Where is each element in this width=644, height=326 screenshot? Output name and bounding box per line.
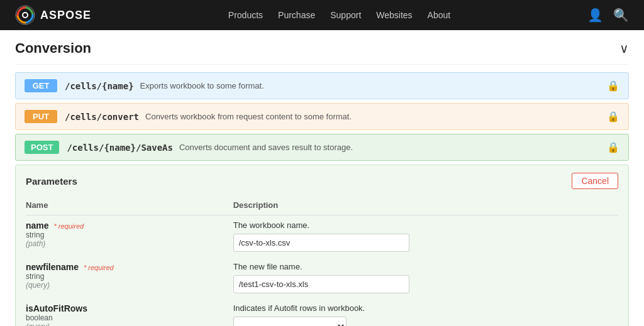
logo[interactable]: ASPOSE bbox=[15, 5, 91, 25]
api-row-put[interactable]: PUT /cells/convert Converts workbook fro… bbox=[15, 103, 629, 130]
param-name: newfilename bbox=[26, 262, 79, 272]
api-path-post: /cells/{name}/SaveAs bbox=[67, 143, 173, 153]
api-path-put: /cells/convert bbox=[65, 112, 139, 122]
svg-point-2 bbox=[23, 13, 27, 17]
logo-text: ASPOSE bbox=[40, 9, 91, 22]
param-required-label: * required bbox=[53, 222, 84, 230]
param-name: name bbox=[26, 220, 49, 231]
param-select-input[interactable]: --truefalse bbox=[233, 317, 347, 326]
parameters-section: Parameters Cancel Name Description name … bbox=[15, 165, 629, 326]
api-desc-post: Converts document and saves result to st… bbox=[179, 143, 353, 152]
navbar: ASPOSE Products Purchase Support Website… bbox=[0, 0, 644, 30]
param-description: Indicates if Autofit rows in workbook. bbox=[233, 303, 618, 313]
param-location: (query) bbox=[26, 281, 233, 290]
nav-websites[interactable]: Websites bbox=[376, 10, 412, 20]
param-location: (query) bbox=[26, 322, 233, 326]
param-name: isAutoFitRows bbox=[26, 303, 87, 313]
nav-purchase[interactable]: Purchase bbox=[278, 10, 315, 20]
param-text-input[interactable] bbox=[233, 234, 409, 252]
navbar-icon-group: 👤 🔍 bbox=[587, 8, 629, 23]
api-row-get[interactable]: GET /cells/{name} Exports workbook to so… bbox=[15, 72, 629, 99]
main-content: Conversion ∨ GET /cells/{name} Exports w… bbox=[0, 30, 644, 326]
parameters-title: Parameters bbox=[26, 176, 77, 187]
param-text-input[interactable] bbox=[233, 275, 409, 293]
param-name-cell: name * required string (path) bbox=[26, 215, 233, 258]
col-header-name: Name bbox=[26, 197, 233, 215]
cancel-button[interactable]: Cancel bbox=[572, 173, 618, 189]
table-row: newfilename * required string (query) Th… bbox=[26, 257, 618, 298]
parameters-table: Name Description name * required string … bbox=[26, 197, 618, 326]
nav-products[interactable]: Products bbox=[228, 10, 263, 20]
table-row: name * required string (path) The workbo… bbox=[26, 215, 618, 258]
lock-icon-put: 🔒 bbox=[607, 111, 619, 122]
param-desc-cell: Indicates if Autofit rows in workbook. -… bbox=[233, 298, 618, 326]
param-desc-cell: The new file name. bbox=[233, 257, 618, 298]
param-type: string bbox=[26, 231, 233, 239]
param-description: The workbook name. bbox=[233, 220, 618, 230]
param-type: string bbox=[26, 272, 233, 281]
nav-support[interactable]: Support bbox=[330, 10, 361, 20]
search-icon[interactable]: 🔍 bbox=[613, 8, 629, 23]
param-required-label: * required bbox=[84, 264, 114, 271]
chevron-down-icon[interactable]: ∨ bbox=[619, 41, 629, 56]
aspose-logo-icon bbox=[15, 5, 35, 25]
nav-about[interactable]: About bbox=[428, 10, 451, 20]
parameters-header: Parameters Cancel bbox=[26, 173, 618, 189]
conversion-header: Conversion ∨ bbox=[15, 40, 629, 65]
api-path-get: /cells/{name} bbox=[65, 81, 134, 91]
method-badge-put: PUT bbox=[25, 110, 57, 123]
method-badge-post: POST bbox=[25, 141, 59, 154]
param-type: boolean bbox=[26, 313, 233, 322]
table-row: isAutoFitRows boolean (query) Indicates … bbox=[26, 298, 618, 326]
user-icon[interactable]: 👤 bbox=[587, 8, 603, 23]
param-name-cell: newfilename * required string (query) bbox=[26, 257, 233, 298]
param-desc-cell: The workbook name. bbox=[233, 215, 618, 258]
lock-icon-post: 🔒 bbox=[607, 141, 619, 153]
api-desc-get: Exports workbook to some format. bbox=[140, 81, 264, 90]
col-header-description: Description bbox=[233, 197, 618, 215]
api-row-post[interactable]: POST /cells/{name}/SaveAs Converts docum… bbox=[15, 134, 629, 161]
method-badge-get: GET bbox=[25, 79, 57, 92]
conversion-title: Conversion bbox=[15, 40, 91, 57]
api-desc-put: Converts workbook from request content t… bbox=[145, 112, 352, 121]
param-name-cell: isAutoFitRows boolean (query) bbox=[26, 298, 233, 326]
navbar-links: Products Purchase Support Websites About bbox=[228, 10, 450, 20]
param-description: The new file name. bbox=[233, 262, 618, 271]
param-location: (path) bbox=[26, 239, 233, 248]
lock-icon-get: 🔒 bbox=[607, 80, 619, 92]
